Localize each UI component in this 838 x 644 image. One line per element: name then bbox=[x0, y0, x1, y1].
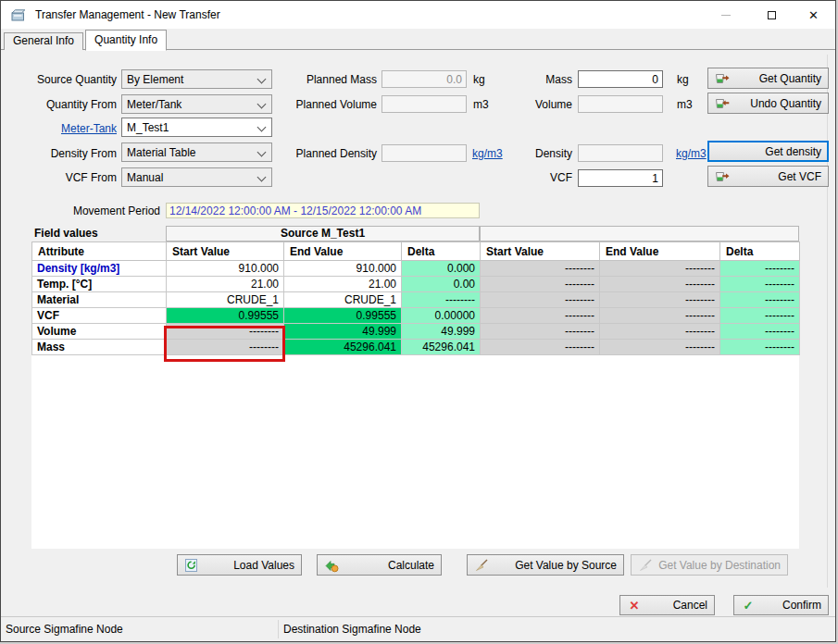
close-button[interactable]: ✕ bbox=[793, 1, 834, 29]
source-quantity-combo[interactable]: By Element bbox=[121, 69, 272, 89]
maximize-icon bbox=[768, 11, 776, 19]
value-cell[interactable]: CRUDE_1 bbox=[284, 292, 402, 308]
value-cell[interactable]: 45296.041 bbox=[284, 340, 402, 355]
column-header-end-value-dest[interactable]: End Value bbox=[600, 242, 720, 261]
value-cell[interactable]: 21.00 bbox=[284, 277, 402, 292]
get-vcf-button[interactable]: Get VCF bbox=[707, 166, 829, 187]
value-cell[interactable]: -------- bbox=[720, 261, 800, 277]
table-row: Volume--------49.99949.999--------------… bbox=[32, 324, 800, 340]
density-from-combo[interactable]: Material Table bbox=[121, 142, 272, 162]
chevron-down-icon bbox=[257, 100, 267, 109]
source-quantity-label: Source Quantity bbox=[10, 73, 117, 86]
value-cell[interactable]: -------- bbox=[720, 340, 800, 355]
value-cell[interactable]: -------- bbox=[720, 292, 800, 308]
value-cell[interactable]: 0.00 bbox=[402, 277, 481, 292]
planned-mass-field bbox=[381, 70, 467, 88]
attribute-cell: Density [kg/m3] bbox=[32, 261, 167, 277]
value-cell[interactable]: -------- bbox=[600, 308, 720, 324]
value-cell[interactable]: -------- bbox=[481, 292, 600, 308]
table-row: Density [kg/m3]910.000910.0000.000------… bbox=[32, 261, 800, 277]
get-quantity-button[interactable]: Get Quantity bbox=[707, 68, 829, 89]
value-cell[interactable]: 21.00 bbox=[167, 277, 284, 292]
value-cell[interactable]: -------- bbox=[481, 277, 600, 292]
value-cell[interactable]: 0.99555 bbox=[167, 308, 284, 324]
mass-label: Mass bbox=[501, 73, 572, 86]
column-header-attribute[interactable]: Attribute bbox=[32, 242, 167, 261]
volume-unit: m3 bbox=[677, 98, 693, 111]
movement-period-label: Movement Period bbox=[38, 204, 160, 217]
value-cell[interactable]: -------- bbox=[402, 292, 481, 308]
get-density-button[interactable]: Get density bbox=[707, 141, 829, 162]
value-cell[interactable]: -------- bbox=[720, 308, 800, 324]
cancel-x-icon: ✕ bbox=[627, 598, 642, 613]
value-cell[interactable]: -------- bbox=[167, 340, 284, 355]
value-cell[interactable]: -------- bbox=[481, 324, 600, 340]
planned-volume-label: Planned Volume bbox=[269, 98, 377, 111]
column-header-delta-source[interactable]: Delta bbox=[402, 242, 481, 261]
column-header-start-value-source[interactable]: Start Value bbox=[167, 242, 284, 261]
undo-quantity-button[interactable]: Undo Quantity bbox=[707, 93, 829, 114]
column-header-end-value-source[interactable]: End Value bbox=[284, 242, 402, 261]
pail-arrow-right-icon bbox=[715, 169, 730, 184]
value-cell[interactable]: -------- bbox=[481, 340, 600, 355]
meter-tank-combo[interactable]: M_Test1 bbox=[121, 118, 272, 137]
calculate-icon bbox=[324, 558, 339, 573]
quantity-from-combo[interactable]: Meter/Tank bbox=[121, 94, 272, 114]
broom-disabled-icon bbox=[638, 558, 653, 573]
mass-field[interactable] bbox=[578, 70, 663, 88]
movement-period-field[interactable]: 12/14/2022 12:00:00 AM - 12/15/2022 12:0… bbox=[166, 203, 480, 218]
load-values-button[interactable]: Load Values bbox=[177, 554, 302, 576]
value-cell[interactable]: 910.000 bbox=[167, 261, 284, 277]
value-cell[interactable]: -------- bbox=[481, 308, 600, 324]
column-header-delta-dest[interactable]: Delta bbox=[720, 242, 800, 261]
vcf-from-combo[interactable]: Manual bbox=[121, 167, 272, 187]
planned-volume-unit: m3 bbox=[473, 98, 489, 111]
get-value-by-source-button[interactable]: Get Value by Source bbox=[467, 554, 624, 576]
value-cell[interactable]: -------- bbox=[600, 340, 720, 355]
value-cell[interactable]: -------- bbox=[720, 324, 800, 340]
table-group-row: Field values Source M_Test1 bbox=[31, 226, 799, 242]
attribute-cell: Volume bbox=[32, 324, 167, 340]
value-cell[interactable]: -------- bbox=[600, 324, 720, 340]
planned-mass-label: Planned Mass bbox=[269, 73, 377, 86]
destination-group-header bbox=[480, 226, 799, 242]
field-values-label: Field values bbox=[34, 227, 98, 240]
table-header-row: Attribute Start Value End Value Delta St… bbox=[32, 242, 800, 261]
value-cell[interactable]: -------- bbox=[481, 261, 600, 277]
value-cell[interactable]: -------- bbox=[167, 324, 284, 340]
density-from-label: Density From bbox=[10, 147, 117, 160]
volume-label: Volume bbox=[501, 98, 572, 111]
density-unit-link[interactable]: kg/m3 bbox=[676, 147, 707, 160]
cancel-button[interactable]: ✕ Cancel bbox=[619, 595, 715, 615]
value-cell[interactable]: -------- bbox=[600, 261, 720, 277]
transfer-management-window: Transfer Management - New Transfer ✕ Gen… bbox=[0, 0, 836, 642]
minimize-icon bbox=[721, 15, 731, 16]
status-source-node: Source Sigmafine Node bbox=[6, 623, 123, 636]
maximize-button[interactable] bbox=[751, 1, 793, 29]
calculate-button[interactable]: Calculate bbox=[317, 554, 442, 576]
values-table-panel: Field values Source M_Test1 Attribute St… bbox=[31, 226, 799, 549]
vcf-from-label: VCF From bbox=[10, 171, 117, 184]
value-cell[interactable]: 45296.041 bbox=[402, 340, 481, 355]
column-header-start-value-dest[interactable]: Start Value bbox=[481, 242, 600, 261]
attribute-cell: Mass bbox=[32, 340, 167, 355]
value-cell[interactable]: 49.999 bbox=[284, 324, 402, 340]
vcf-field[interactable] bbox=[578, 169, 663, 187]
tab-general-info[interactable]: General Info bbox=[4, 32, 83, 50]
value-cell[interactable]: -------- bbox=[720, 277, 800, 292]
value-cell[interactable]: 0.00000 bbox=[402, 308, 481, 324]
values-table-body: Density [kg/m3]910.000910.0000.000------… bbox=[32, 261, 800, 355]
value-cell[interactable]: 49.999 bbox=[402, 324, 481, 340]
planned-density-unit-link[interactable]: kg/m3 bbox=[472, 147, 503, 160]
meter-tank-link[interactable]: Meter-Tank bbox=[10, 122, 117, 135]
volume-field bbox=[578, 95, 663, 113]
value-cell[interactable]: 0.000 bbox=[402, 261, 481, 277]
value-cell[interactable]: -------- bbox=[600, 277, 720, 292]
density-label: Density bbox=[501, 147, 572, 160]
confirm-button[interactable]: ✓ Confirm bbox=[733, 595, 829, 615]
value-cell[interactable]: CRUDE_1 bbox=[167, 292, 284, 308]
tab-quantity-info[interactable]: Quantity Info bbox=[85, 30, 167, 51]
value-cell[interactable]: 0.99555 bbox=[284, 308, 402, 324]
value-cell[interactable]: -------- bbox=[600, 292, 720, 308]
value-cell[interactable]: 910.000 bbox=[284, 261, 402, 277]
